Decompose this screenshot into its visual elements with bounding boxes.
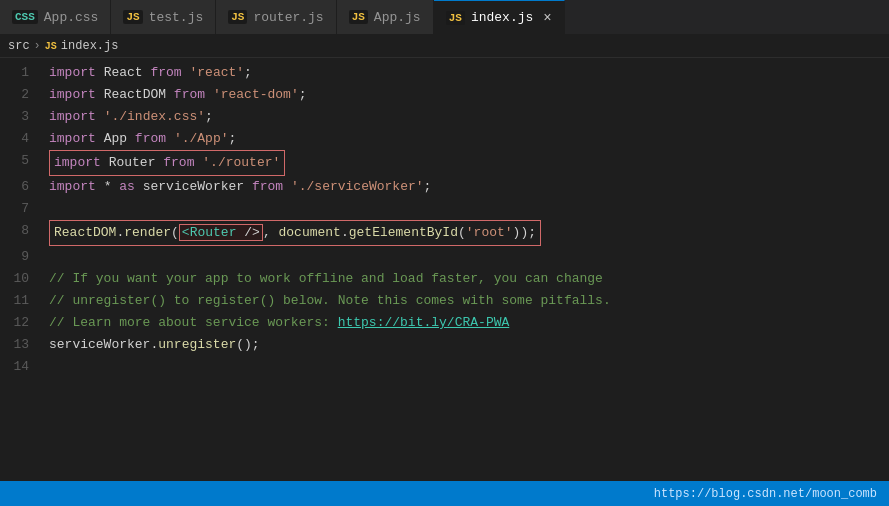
- code-line-9: 9: [0, 246, 889, 268]
- line-content-11: // unregister() to register() below. Not…: [45, 290, 889, 312]
- breadcrumb-file: index.js: [61, 39, 119, 53]
- line-num-5: 5: [0, 150, 45, 172]
- code-line-4: 4 import App from './App';: [0, 128, 889, 150]
- tab-app-js[interactable]: JS App.js: [337, 0, 434, 34]
- line-content-7: [45, 198, 889, 220]
- line-num-7: 7: [0, 198, 45, 220]
- code-line-7: 7: [0, 198, 889, 220]
- code-line-6: 6 import * as serviceWorker from './serv…: [0, 176, 889, 198]
- line-content-8: ReactDOM.render(<Router />, document.get…: [45, 220, 889, 246]
- line-num-12: 12: [0, 312, 45, 334]
- status-bar: https://blog.csdn.net/moon_comb: [0, 481, 889, 506]
- line-num-4: 4: [0, 128, 45, 150]
- line-content-12: // Learn more about service workers: htt…: [45, 312, 889, 334]
- line-content-5: import Router from './router': [45, 150, 889, 176]
- line-content-3: import './index.css';: [45, 106, 889, 128]
- tab-test-js[interactable]: JS test.js: [111, 0, 216, 34]
- code-lines: 1 import React from 'react'; 2 import Re…: [0, 58, 889, 378]
- line-content-13: serviceWorker.unregister();: [45, 334, 889, 356]
- line-content-9: [45, 246, 889, 268]
- line-num-14: 14: [0, 356, 45, 378]
- tab-label: App.js: [374, 10, 421, 25]
- code-line-5: 5 import Router from './router': [0, 150, 889, 176]
- line-num-13: 13: [0, 334, 45, 356]
- tab-router-js[interactable]: JS router.js: [216, 0, 336, 34]
- status-url: https://blog.csdn.net/moon_comb: [654, 487, 877, 501]
- line-num-9: 9: [0, 246, 45, 268]
- js-icon-small: JS: [45, 41, 57, 52]
- tab-index-js[interactable]: JS index.js ×: [434, 0, 565, 34]
- css-icon: CSS: [12, 10, 38, 24]
- line-num-6: 6: [0, 176, 45, 198]
- js-icon: JS: [123, 10, 142, 24]
- tab-label: index.js: [471, 10, 533, 25]
- code-line-12: 12 // Learn more about service workers: …: [0, 312, 889, 334]
- code-line-10: 10 // If you want your app to work offli…: [0, 268, 889, 290]
- breadcrumb-src: src: [8, 39, 30, 53]
- line-num-1: 1: [0, 62, 45, 84]
- code-line-2: 2 import ReactDOM from 'react-dom';: [0, 84, 889, 106]
- line-content-10: // If you want your app to work offline …: [45, 268, 889, 290]
- line-content-6: import * as serviceWorker from './servic…: [45, 176, 889, 198]
- js-icon: JS: [446, 11, 465, 25]
- line-num-10: 10: [0, 268, 45, 290]
- code-line-8: 8 ReactDOM.render(<Router />, document.g…: [0, 220, 889, 246]
- tab-label: App.css: [44, 10, 99, 25]
- tab-bar: CSS App.css JS test.js JS router.js JS A…: [0, 0, 889, 35]
- line-content-14: [45, 356, 889, 378]
- line-content-2: import ReactDOM from 'react-dom';: [45, 84, 889, 106]
- line-num-8: 8: [0, 220, 45, 242]
- tab-app-css[interactable]: CSS App.css: [0, 0, 111, 34]
- line-num-3: 3: [0, 106, 45, 128]
- code-line-13: 13 serviceWorker.unregister();: [0, 334, 889, 356]
- js-icon: JS: [228, 10, 247, 24]
- line-num-2: 2: [0, 84, 45, 106]
- code-line-11: 11 // unregister() to register() below. …: [0, 290, 889, 312]
- tab-label: router.js: [253, 10, 323, 25]
- line-content-4: import App from './App';: [45, 128, 889, 150]
- line-num-11: 11: [0, 290, 45, 312]
- breadcrumb: src › JS index.js: [0, 35, 889, 58]
- code-editor: 1 import React from 'react'; 2 import Re…: [0, 58, 889, 478]
- close-icon[interactable]: ×: [543, 11, 551, 25]
- breadcrumb-separator: ›: [34, 39, 41, 53]
- tab-label: test.js: [149, 10, 204, 25]
- code-line-14: 14: [0, 356, 889, 378]
- line-content-1: import React from 'react';: [45, 62, 889, 84]
- js-icon: JS: [349, 10, 368, 24]
- code-line-1: 1 import React from 'react';: [0, 62, 889, 84]
- code-line-3: 3 import './index.css';: [0, 106, 889, 128]
